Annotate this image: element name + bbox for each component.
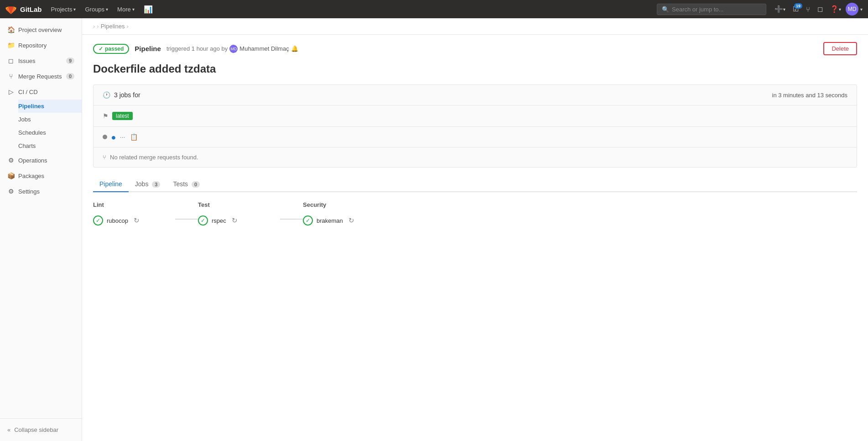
search-input[interactable] — [672, 6, 761, 13]
connector-2 — [280, 201, 303, 220]
rspec-retry-icon[interactable]: ↻ — [232, 216, 238, 225]
repository-icon: 📁 — [7, 42, 15, 49]
latest-badge: latest — [112, 112, 133, 120]
packages-icon: 📦 — [7, 172, 15, 179]
brakeman-retry-icon[interactable]: ↻ — [348, 216, 354, 225]
groups-menu[interactable]: Groups ▾ — [81, 4, 112, 15]
settings-icon: ⚙ — [7, 188, 15, 195]
pipeline-tabs: Pipeline Jobs 3 Tests 0 — [93, 177, 857, 192]
latest-row: ⚑ latest — [94, 105, 857, 127]
stage-lint-label: Lint — [93, 201, 175, 208]
projects-menu[interactable]: Projects ▾ — [47, 4, 80, 15]
sidebar-item-charts[interactable]: Charts — [18, 139, 82, 152]
pipeline-header: ✓ passed Pipeline triggered 1 hour ago b… — [93, 42, 857, 55]
rubocop-status-icon: ✓ — [93, 215, 103, 226]
sidebar-item-repository[interactable]: 📁 Repository — [0, 37, 82, 53]
brand-name: GitLab — [20, 5, 42, 13]
commit-options-icon[interactable]: ··· — [120, 133, 125, 141]
commit-row: ● ··· 📋 — [94, 127, 857, 147]
stage-security-label: Security — [303, 201, 385, 208]
stage-test: Test ✓ rspec ↻ — [198, 201, 280, 226]
cicd-submenu: Pipelines Jobs Schedules Charts — [0, 100, 82, 152]
create-button[interactable]: ➕ ▾ — [772, 3, 788, 15]
sidebar-item-merge-requests[interactable]: ⑂ Merge Requests 0 — [0, 68, 82, 84]
cicd-icon: ▷ — [7, 88, 15, 95]
merge-requests-icon: ⑂ — [7, 73, 15, 80]
merge-requests-icon[interactable]: ⑂ — [803, 4, 813, 15]
sidebar-item-pipelines[interactable]: Pipelines — [18, 100, 82, 113]
tab-tests[interactable]: Tests 0 — [166, 177, 206, 192]
stage-test-label: Test — [198, 201, 280, 208]
check-icon: ✓ — [99, 46, 103, 52]
sidebar-item-issues[interactable]: ◻ Issues 9 — [0, 53, 82, 68]
brakeman-status-icon: ✓ — [303, 215, 313, 226]
user-chevron: ▾ — [860, 7, 863, 12]
pipeline-label: Pipeline — [135, 45, 161, 52]
pipeline-stages: Lint ✓ rubocop ↻ Test ✓ rspec — [93, 201, 857, 226]
search-box: 🔍 — [657, 4, 766, 15]
help-menu[interactable]: ❓ ▾ — [827, 3, 844, 15]
pipeline-duration: in 3 minutes and 13 seconds — [772, 92, 848, 99]
connector-1 — [175, 201, 198, 220]
stage-lint: Lint ✓ rubocop ↻ — [93, 201, 175, 226]
notification-icon: 🔔 — [291, 45, 298, 52]
todos-button[interactable]: ☑ 19 — [790, 3, 801, 15]
pipeline-info-box: 🕐 3 jobs for in 3 minutes and 13 seconds… — [93, 84, 857, 168]
sidebar-item-operations[interactable]: ⚙ Operations — [0, 152, 82, 168]
clock-icon: 🕐 — [103, 91, 110, 99]
job-rspec: ✓ rspec ↻ — [198, 215, 280, 226]
tab-pipeline[interactable]: Pipeline — [93, 177, 129, 192]
collapse-icon: « — [7, 426, 10, 433]
breadcrumb-sep3: › — [126, 23, 128, 30]
layout: 🏠 Project overview 📁 Repository ◻ Issues… — [0, 18, 868, 441]
topnav-actions: ➕ ▾ ☑ 19 ⑂ ◻ ❓ ▾ MD ▾ — [772, 3, 863, 16]
merge-request-icon: ⑂ — [103, 154, 106, 161]
activity-chart-icon[interactable]: 📊 — [140, 3, 156, 16]
tab-jobs[interactable]: Jobs 3 — [129, 177, 167, 192]
breadcrumb-sep1: › — [93, 23, 95, 30]
search-icon: 🔍 — [662, 6, 669, 13]
sidebar-item-cicd[interactable]: ▷ CI / CD — [0, 84, 82, 100]
merge-request-row: ⑂ No related merge requests found. — [94, 147, 857, 167]
issues-icon: ◻ — [7, 57, 15, 64]
breadcrumb: › › Pipelines › — [82, 18, 868, 35]
commit-dot — [103, 135, 107, 139]
brand-logo[interactable]: GitLab — [5, 4, 42, 15]
main-content: › › Pipelines › ✓ passed Pipeline trigge… — [82, 18, 868, 441]
home-icon: 🏠 — [7, 26, 15, 33]
sidebar-item-packages[interactable]: 📦 Packages — [0, 168, 82, 184]
user-avatar-sm: MD — [229, 45, 238, 53]
copy-hash-icon[interactable]: 📋 — [130, 133, 138, 141]
pipeline-detail: ✓ passed Pipeline triggered 1 hour ago b… — [82, 35, 868, 441]
job-brakeman: ✓ brakeman ↻ — [303, 215, 385, 226]
sidebar-item-jobs[interactable]: Jobs — [18, 113, 82, 126]
sidebar-item-schedules[interactable]: Schedules — [18, 126, 82, 139]
job-rubocop: ✓ rubocop ↻ — [93, 215, 175, 226]
issues-icon[interactable]: ◻ — [815, 3, 826, 15]
operations-icon: ⚙ — [7, 157, 15, 164]
sidebar: 🏠 Project overview 📁 Repository ◻ Issues… — [0, 18, 82, 441]
pipeline-name: Dockerfile added tzdata — [93, 63, 857, 75]
topnav: GitLab Projects ▾ Groups ▾ More ▾ 📊 🔍 ➕ … — [0, 0, 868, 18]
connector-line-2 — [280, 219, 303, 220]
rubocop-retry-icon[interactable]: ↻ — [134, 216, 140, 225]
status-badge: ✓ passed — [93, 44, 129, 54]
user-avatar[interactable]: MD — [846, 3, 858, 16]
connector-line-1 — [175, 219, 198, 220]
flag-icon: ⚑ — [103, 112, 109, 120]
pipeline-meta: triggered 1 hour ago by MD Muhammet Dilm… — [166, 45, 298, 53]
jobs-count: 3 jobs for — [114, 91, 140, 99]
delete-pipeline-button[interactable]: Delete — [823, 42, 857, 55]
sidebar-item-project-overview[interactable]: 🏠 Project overview — [0, 22, 82, 37]
stage-security: Security ✓ brakeman ↻ — [303, 201, 385, 226]
breadcrumb-pipelines-link[interactable]: Pipelines — [101, 23, 125, 30]
breadcrumb-sep2: › — [97, 23, 99, 30]
more-menu[interactable]: More ▾ — [114, 4, 138, 15]
collapse-sidebar-button[interactable]: « Collapse sidebar — [0, 422, 82, 437]
rspec-status-icon: ✓ — [198, 215, 208, 226]
jobs-row: 🕐 3 jobs for in 3 minutes and 13 seconds — [94, 85, 857, 105]
sidebar-item-settings[interactable]: ⚙ Settings — [0, 184, 82, 199]
sidebar-bottom: « Collapse sidebar — [0, 418, 82, 441]
commit-hash: ● — [112, 134, 115, 141]
